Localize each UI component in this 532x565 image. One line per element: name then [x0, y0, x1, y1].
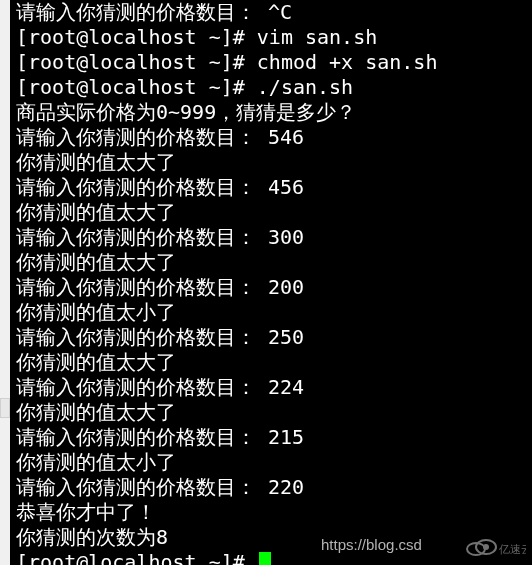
terminal-line: 请输入你猜测的价格数目： 200	[16, 275, 526, 300]
terminal-line: [root@localhost ~]#	[16, 550, 526, 565]
terminal-line: 请输入你猜测的价格数目： 220	[16, 475, 526, 500]
shell-command: vim san.sh	[257, 25, 377, 49]
cursor-block	[259, 552, 271, 565]
terminal-line: 请输入你猜测的价格数目： 215	[16, 425, 526, 450]
terminal-line: 你猜测的值太大了	[16, 350, 526, 375]
terminal-line: 请输入你猜测的价格数目： 546	[16, 125, 526, 150]
terminal-line: 你猜测的值太大了	[16, 150, 526, 175]
shell-prompt: [root@localhost ~]#	[16, 50, 257, 74]
terminal-line: 你猜测的值太大了	[16, 250, 526, 275]
shell-prompt: [root@localhost ~]#	[16, 550, 257, 565]
watermark-url: https://blog.csd	[321, 536, 422, 553]
terminal-line: 请输入你猜测的价格数目： 224	[16, 375, 526, 400]
left-gutter-marker	[0, 398, 10, 418]
shell-prompt: [root@localhost ~]#	[16, 25, 257, 49]
terminal-line: 你猜测的值太小了	[16, 450, 526, 475]
terminal-line: [root@localhost ~]# ./san.sh	[16, 75, 526, 100]
brand-logo: 亿速云	[462, 533, 526, 561]
terminal-line: 你猜测的值太大了	[16, 400, 526, 425]
terminal-line: 商品实际价格为0~999，猜猜是多少？	[16, 100, 526, 125]
terminal-line: 你猜测的次数为8	[16, 525, 526, 550]
svg-point-2	[483, 544, 489, 550]
terminal-line: 请输入你猜测的价格数目： 456	[16, 175, 526, 200]
terminal-line: 请输入你猜测的价格数目： 300	[16, 225, 526, 250]
shell-command: chmod +x san.sh	[257, 50, 438, 74]
terminal-line: 你猜测的值太大了	[16, 200, 526, 225]
shell-command: ./san.sh	[257, 75, 353, 99]
terminal-line: 恭喜你才中了！	[16, 500, 526, 525]
terminal-window[interactable]: 请输入你猜测的价格数目： ^C[root@localhost ~]# vim s…	[10, 0, 532, 565]
terminal-line: 请输入你猜测的价格数目： 250	[16, 325, 526, 350]
shell-prompt: [root@localhost ~]#	[16, 75, 257, 99]
brand-logo-text: 亿速云	[498, 543, 526, 555]
terminal-line: 请输入你猜测的价格数目： ^C	[16, 0, 526, 25]
terminal-line: [root@localhost ~]# vim san.sh	[16, 25, 526, 50]
terminal-line: [root@localhost ~]# chmod +x san.sh	[16, 50, 526, 75]
terminal-line: 你猜测的值太小了	[16, 300, 526, 325]
